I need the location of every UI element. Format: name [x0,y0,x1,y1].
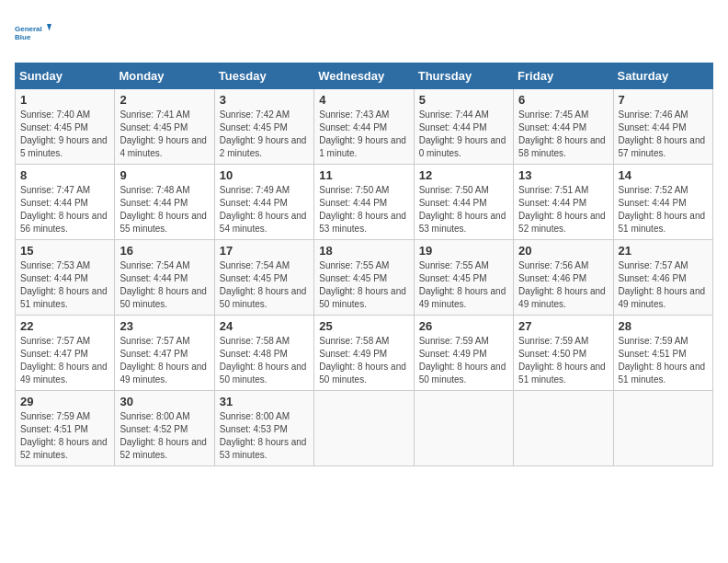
day-number: 30 [119,395,209,408]
day-number: 18 [319,244,408,258]
day-info: Sunrise: 7:59 AMSunset: 4:49 PMDaylight:… [419,336,506,385]
header-saturday: Saturday [613,63,712,89]
day-info: Sunrise: 7:57 AMSunset: 4:47 PMDaylight:… [119,336,207,385]
header-thursday: Thursday [414,63,513,89]
empty-cell [613,391,712,466]
day-cell-19: 19 Sunrise: 7:55 AMSunset: 4:45 PMDaylig… [414,240,513,316]
day-cell-25: 25 Sunrise: 7:58 AMSunset: 4:49 PMDaylig… [314,316,414,391]
empty-cell [514,391,613,466]
calendar-table: SundayMondayTuesdayWednesdayThursdayFrid… [15,63,713,466]
day-info: Sunrise: 7:59 AMSunset: 4:51 PMDaylight:… [619,336,706,385]
day-number: 20 [518,244,608,258]
day-number: 13 [518,168,608,182]
day-number: 17 [220,244,309,258]
empty-cell [414,391,513,466]
day-cell-4: 4 Sunrise: 7:43 AMSunset: 4:44 PMDayligh… [314,89,414,165]
day-info: Sunrise: 7:45 AMSunset: 4:44 PMDaylight:… [518,109,606,158]
day-number: 31 [220,395,309,408]
day-cell-6: 6 Sunrise: 7:45 AMSunset: 4:44 PMDayligh… [514,89,613,165]
week-row-4: 22 Sunrise: 7:57 AMSunset: 4:47 PMDaylig… [16,316,713,391]
day-info: Sunrise: 7:59 AMSunset: 4:51 PMDaylight:… [20,411,108,460]
day-number: 5 [419,93,508,107]
day-info: Sunrise: 7:43 AMSunset: 4:44 PMDaylight:… [319,109,406,158]
day-info: Sunrise: 7:58 AMSunset: 4:49 PMDaylight:… [319,336,406,385]
day-info: Sunrise: 7:55 AMSunset: 4:45 PMDaylight:… [419,260,506,309]
day-info: Sunrise: 7:53 AMSunset: 4:44 PMDaylight:… [20,260,108,309]
day-info: Sunrise: 8:00 AMSunset: 4:52 PMDaylight:… [119,411,207,460]
day-cell-10: 10 Sunrise: 7:49 AMSunset: 4:44 PMDaylig… [214,165,313,240]
day-cell-17: 17 Sunrise: 7:54 AMSunset: 4:45 PMDaylig… [214,240,313,316]
day-info: Sunrise: 7:54 AMSunset: 4:44 PMDaylight:… [119,260,207,309]
empty-cell [314,391,414,466]
week-row-3: 15 Sunrise: 7:53 AMSunset: 4:44 PMDaylig… [16,240,713,316]
logo-svg: General Blue [15,15,51,52]
week-row-2: 8 Sunrise: 7:47 AMSunset: 4:44 PMDayligh… [16,165,713,240]
day-cell-3: 3 Sunrise: 7:42 AMSunset: 4:45 PMDayligh… [214,89,313,165]
day-cell-18: 18 Sunrise: 7:55 AMSunset: 4:45 PMDaylig… [314,240,414,316]
day-info: Sunrise: 8:00 AMSunset: 4:53 PMDaylight:… [220,411,307,460]
day-cell-12: 12 Sunrise: 7:50 AMSunset: 4:44 PMDaylig… [414,165,513,240]
day-info: Sunrise: 7:56 AMSunset: 4:46 PMDaylight:… [518,260,606,309]
day-info: Sunrise: 7:54 AMSunset: 4:45 PMDaylight:… [220,260,307,309]
day-info: Sunrise: 7:55 AMSunset: 4:45 PMDaylight:… [319,260,406,309]
week-row-1: 1 Sunrise: 7:40 AMSunset: 4:45 PMDayligh… [16,89,713,165]
svg-text:Blue: Blue [15,33,31,41]
header-monday: Monday [115,63,214,89]
day-cell-21: 21 Sunrise: 7:57 AMSunset: 4:46 PMDaylig… [613,240,712,316]
day-number: 16 [119,244,209,258]
day-number: 21 [619,244,708,258]
day-cell-16: 16 Sunrise: 7:54 AMSunset: 4:44 PMDaylig… [115,240,214,316]
day-number: 29 [20,395,109,408]
day-info: Sunrise: 7:57 AMSunset: 4:46 PMDaylight:… [619,260,706,309]
day-number: 1 [20,93,109,107]
day-cell-14: 14 Sunrise: 7:52 AMSunset: 4:44 PMDaylig… [613,165,712,240]
day-cell-2: 2 Sunrise: 7:41 AMSunset: 4:45 PMDayligh… [115,89,214,165]
day-cell-20: 20 Sunrise: 7:56 AMSunset: 4:46 PMDaylig… [514,240,613,316]
day-number: 26 [419,319,508,333]
day-info: Sunrise: 7:50 AMSunset: 4:44 PMDaylight:… [319,185,406,234]
calendar-header-row: SundayMondayTuesdayWednesdayThursdayFrid… [16,63,713,89]
day-number: 27 [518,319,608,333]
day-number: 23 [119,319,209,333]
day-number: 25 [319,319,408,333]
day-number: 3 [220,93,309,107]
header-tuesday: Tuesday [214,63,313,89]
day-number: 7 [619,93,708,107]
day-info: Sunrise: 7:59 AMSunset: 4:50 PMDaylight:… [518,336,606,385]
day-cell-7: 7 Sunrise: 7:46 AMSunset: 4:44 PMDayligh… [613,89,712,165]
day-number: 2 [119,93,209,107]
day-info: Sunrise: 7:42 AMSunset: 4:45 PMDaylight:… [220,109,307,158]
day-cell-13: 13 Sunrise: 7:51 AMSunset: 4:44 PMDaylig… [514,165,613,240]
day-number: 22 [20,319,109,333]
svg-text:General: General [15,25,42,33]
day-number: 6 [518,93,608,107]
day-cell-11: 11 Sunrise: 7:50 AMSunset: 4:44 PMDaylig… [314,165,414,240]
logo: General Blue [15,15,51,52]
day-cell-8: 8 Sunrise: 7:47 AMSunset: 4:44 PMDayligh… [16,165,115,240]
day-info: Sunrise: 7:51 AMSunset: 4:44 PMDaylight:… [518,185,606,234]
day-number: 9 [119,168,209,182]
day-number: 14 [619,168,708,182]
day-number: 19 [419,244,508,258]
day-number: 12 [419,168,508,182]
day-cell-31: 31 Sunrise: 8:00 AMSunset: 4:53 PMDaylig… [214,391,313,466]
day-cell-22: 22 Sunrise: 7:57 AMSunset: 4:47 PMDaylig… [16,316,115,391]
page-header: General Blue [15,15,713,52]
day-info: Sunrise: 7:48 AMSunset: 4:44 PMDaylight:… [119,185,207,234]
day-info: Sunrise: 7:58 AMSunset: 4:48 PMDaylight:… [220,336,307,385]
day-cell-30: 30 Sunrise: 8:00 AMSunset: 4:52 PMDaylig… [115,391,214,466]
day-number: 10 [220,168,309,182]
day-cell-28: 28 Sunrise: 7:59 AMSunset: 4:51 PMDaylig… [613,316,712,391]
day-cell-23: 23 Sunrise: 7:57 AMSunset: 4:47 PMDaylig… [115,316,214,391]
day-cell-24: 24 Sunrise: 7:58 AMSunset: 4:48 PMDaylig… [214,316,313,391]
header-wednesday: Wednesday [314,63,414,89]
day-info: Sunrise: 7:57 AMSunset: 4:47 PMDaylight:… [20,336,108,385]
day-cell-29: 29 Sunrise: 7:59 AMSunset: 4:51 PMDaylig… [16,391,115,466]
day-number: 15 [20,244,109,258]
day-number: 24 [220,319,309,333]
day-info: Sunrise: 7:41 AMSunset: 4:45 PMDaylight:… [119,109,207,158]
header-friday: Friday [514,63,613,89]
day-info: Sunrise: 7:52 AMSunset: 4:44 PMDaylight:… [619,185,706,234]
day-number: 4 [319,93,408,107]
day-number: 11 [319,168,408,182]
